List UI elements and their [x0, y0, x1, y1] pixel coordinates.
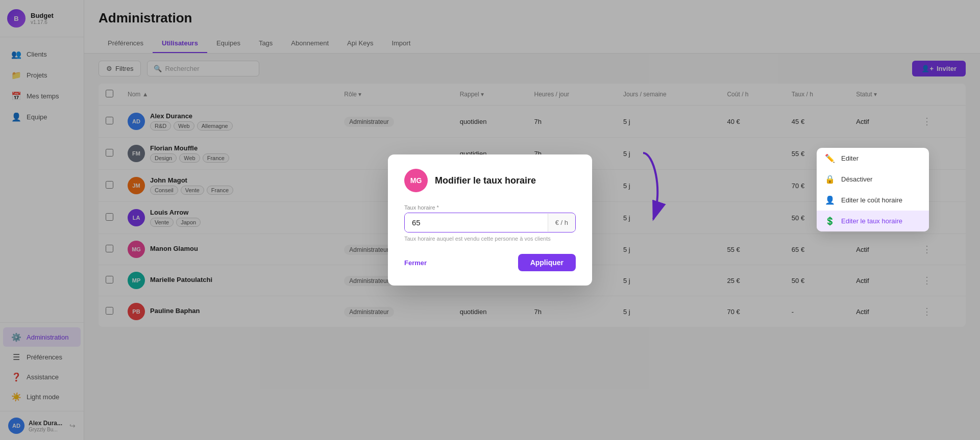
modal-field-label: Taux horaire *	[404, 204, 576, 211]
context-menu-editer-cout[interactable]: 👤 Editer le coût horaire	[817, 190, 929, 211]
apply-button[interactable]: Appliquer	[518, 254, 576, 271]
modal-dialog: MG Modifier le taux horaire Taux horaire…	[388, 154, 592, 286]
modal-hint: Taux horaire auquel est vendu cette pers…	[404, 236, 576, 242]
modal-field: Taux horaire * € / h Taux horaire auquel…	[404, 204, 576, 242]
context-menu-label: Editer le taux horaire	[841, 217, 902, 225]
lock-icon: 🔒	[825, 174, 835, 184]
cancel-button[interactable]: Fermer	[404, 259, 427, 267]
modal-footer: Fermer Appliquer	[404, 254, 576, 271]
taux-horaire-input[interactable]	[405, 213, 548, 232]
context-menu-desactiver[interactable]: 🔒 Désactiver	[817, 169, 929, 190]
modal-user-avatar: MG	[404, 169, 428, 192]
user-cost-icon: 👤	[825, 195, 835, 205]
context-menu-editer-taux[interactable]: 💲 Editer le taux horaire	[817, 211, 929, 231]
dollar-icon: 💲	[825, 216, 835, 226]
field-unit: € / h	[548, 214, 575, 231]
modal-header: MG Modifier le taux horaire	[404, 169, 576, 192]
context-menu-label: Editer le coût horaire	[841, 196, 902, 204]
modal-title: Modifier le taux horaire	[435, 175, 536, 186]
field-with-unit: € / h	[404, 213, 576, 232]
context-menu: ✏️ Editer 🔒 Désactiver 👤 Editer le coût …	[817, 148, 929, 231]
context-menu-label: Désactiver	[841, 175, 872, 183]
context-menu-editer[interactable]: ✏️ Editer	[817, 148, 929, 169]
edit-icon: ✏️	[825, 153, 835, 163]
context-menu-label: Editer	[841, 154, 859, 162]
